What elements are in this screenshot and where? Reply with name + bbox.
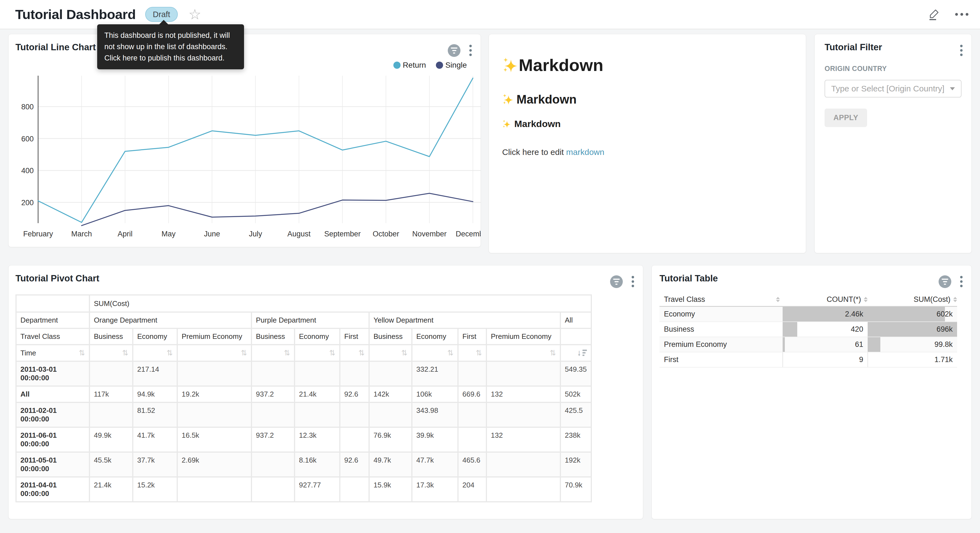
applied-filters-icon[interactable]: [939, 275, 951, 288]
markdown-heading-3: Markdown: [502, 118, 792, 129]
pivot-row-label: 2011-03-01 00:00:00: [17, 362, 89, 386]
sort-toggle-icon[interactable]: ⇅: [358, 349, 365, 357]
applied-filters-icon[interactable]: [610, 275, 623, 288]
pivot-col-header: Economy: [295, 329, 339, 344]
favorite-star-icon[interactable]: ☆: [188, 7, 201, 22]
table-cell: Economy: [660, 307, 783, 321]
filter-menu-icon[interactable]: [959, 44, 964, 57]
edit-dashboard-icon[interactable]: [928, 8, 941, 21]
table-card-title: Tutorial Table: [660, 273, 718, 284]
filter-card: Tutorial Filter ORIGIN COUNTRY Type or S…: [815, 34, 972, 253]
apply-button[interactable]: APPLY: [824, 109, 867, 127]
sort-toggle-icon[interactable]: ⇅: [241, 349, 247, 357]
pivot-cell: 132: [487, 387, 560, 402]
pivot-cell: [252, 362, 294, 386]
pivot-cell: 39.9k: [412, 428, 457, 452]
pivot-cell: [370, 403, 411, 427]
pivot-col-header: First: [340, 329, 369, 344]
pivot-time-label: Time: [21, 349, 36, 357]
pivot-col-header: Business: [370, 329, 411, 344]
pivot-row-label: 2011-06-01 00:00:00: [17, 428, 89, 452]
sort-toggle-icon[interactable]: ⇅: [167, 349, 173, 357]
svg-text:November: November: [412, 230, 447, 238]
table-row: First91.71k: [660, 353, 957, 367]
sort-toggle-icon[interactable]: ⇅: [79, 349, 85, 357]
pivot-cell: 204: [458, 477, 486, 501]
pivot-row-label: 2011-05-01 00:00:00: [17, 453, 89, 476]
sort-descending-icon[interactable]: ↓: [577, 348, 587, 357]
pivot-cell: [487, 453, 560, 476]
sort-caret-icon[interactable]: [864, 297, 868, 302]
pivot-row-label: 2011-02-01 00:00:00: [17, 403, 89, 427]
column-header-count[interactable]: COUNT(*): [783, 295, 868, 304]
pivot-row: 2011-06-01 00:00:0049.9k41.7k16.5k937.21…: [17, 428, 591, 452]
pivot-cell: [340, 477, 369, 501]
pivot-row-label: All: [17, 387, 89, 402]
sort-toggle-icon[interactable]: ⇅: [284, 349, 290, 357]
markdown-paragraph: Click here to edit markdown: [502, 147, 792, 157]
sort-toggle-icon[interactable]: ⇅: [401, 349, 407, 357]
table-cell: 9: [783, 353, 868, 367]
legend-dot-icon: [436, 62, 443, 69]
table-cell: 696k: [868, 322, 957, 337]
chart-menu-icon[interactable]: [468, 44, 473, 57]
pivot-all-header: All: [561, 313, 591, 328]
sort-caret-icon[interactable]: [776, 297, 780, 302]
origin-country-select[interactable]: Type or Select [Origin Country]: [824, 80, 961, 97]
svg-text:April: April: [118, 230, 132, 238]
svg-text:400: 400: [21, 166, 34, 175]
legend-item-return[interactable]: Return: [393, 61, 426, 70]
pivot-group-header: Orange Department: [90, 313, 251, 328]
pivot-cell: 37.7k: [133, 453, 177, 476]
chevron-down-icon: [950, 87, 955, 90]
pivot-cell: 937.2: [252, 428, 294, 452]
pivot-cell: 465.6: [458, 453, 486, 476]
sort-toggle-icon[interactable]: ⇅: [447, 349, 453, 357]
pivot-col-header: Business: [90, 329, 132, 344]
table-row: Premium Economy6199.8k: [660, 337, 957, 353]
pivot-col-header: [561, 329, 591, 344]
sort-toggle-icon[interactable]: ⇅: [329, 349, 336, 357]
pivot-cell: 2.69k: [178, 453, 251, 476]
legend-item-single[interactable]: Single: [436, 61, 467, 70]
edit-markdown-link[interactable]: markdown: [566, 147, 604, 156]
dashboard-page: Tutorial Dashboard Draft ☆ This dashboar…: [0, 0, 980, 533]
pivot-cell: 70.9k: [561, 477, 591, 501]
column-header-travel-class[interactable]: Travel Class: [660, 295, 783, 304]
sort-toggle-icon[interactable]: ⇅: [122, 349, 128, 357]
sort-toggle-icon[interactable]: ⇅: [550, 349, 556, 357]
pivot-cell: 49.9k: [90, 428, 132, 452]
pivot-cell: [252, 403, 294, 427]
pivot-cell: 332.21: [412, 362, 457, 386]
markdown-heading-2: Markdown: [502, 93, 792, 106]
table-cell: Business: [660, 322, 783, 337]
chart-menu-icon[interactable]: [959, 275, 964, 288]
svg-text:December: December: [456, 230, 481, 238]
chart-menu-icon[interactable]: [630, 275, 635, 288]
pivot-col-header: Economy: [412, 329, 457, 344]
pivot-cell: 21.4k: [90, 477, 132, 501]
table-cell: 2.46k: [783, 307, 868, 321]
sort-caret-icon[interactable]: [953, 297, 957, 302]
legend-label: Single: [445, 61, 467, 70]
pivot-cell: 45.5k: [90, 453, 132, 476]
pivot-cell: 47.7k: [412, 453, 457, 476]
applied-filters-icon[interactable]: [448, 44, 460, 57]
sort-toggle-icon[interactable]: ⇅: [476, 349, 482, 357]
pivot-cell: 238k: [561, 428, 591, 452]
svg-text:July: July: [249, 230, 262, 238]
pivot-row: 2011-03-01 00:00:00217.14332.21549.35: [17, 362, 591, 386]
pivot-cell: [90, 403, 132, 427]
table-cell: 99.8k: [868, 337, 957, 352]
pivot-cell: [295, 362, 339, 386]
pivot-cell: 117k: [90, 387, 132, 402]
pivot-cell: 343.98: [412, 403, 457, 427]
column-header-sum-cost[interactable]: SUM(Cost): [868, 295, 957, 304]
more-menu-icon[interactable]: [955, 13, 969, 16]
pivot-group-header: Purple Department: [252, 313, 369, 328]
pivot-row: 2011-04-01 00:00:0021.4k15.2k927.7715.9k…: [17, 477, 591, 501]
table-cell: 602k: [868, 307, 957, 321]
pivot-cell: [458, 403, 486, 427]
table-cell: 420: [783, 322, 868, 337]
pivot-row: 2011-05-01 00:00:0045.5k37.7k2.69k8.16k9…: [17, 453, 591, 476]
